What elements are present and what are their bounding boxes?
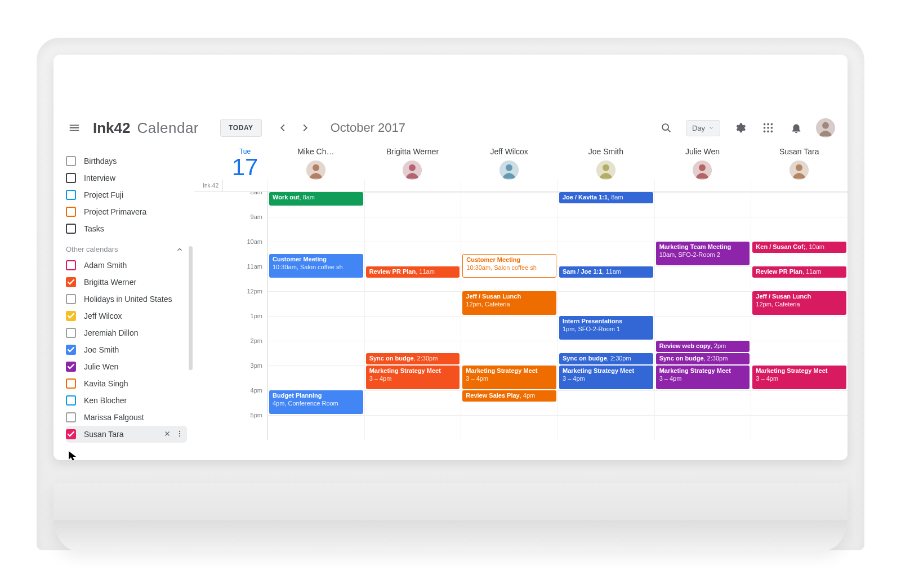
day-column[interactable]: Ken / Susan Cof;, 10amReview PR Plan, 11…: [751, 192, 848, 440]
hour-label: 8am: [194, 192, 262, 195]
day-column[interactable]: Marketing Team Meeting10am, SFO-2-Room 2…: [654, 192, 751, 440]
calendar-item[interactable]: Holidays in United States: [66, 291, 187, 308]
search-icon[interactable]: [658, 119, 675, 136]
calendar-checkbox[interactable]: [66, 207, 76, 217]
svg-point-32: [796, 164, 802, 171]
person-column-header[interactable]: Jeff Wilcox: [461, 147, 557, 180]
remove-calendar-icon[interactable]: [163, 430, 171, 439]
sidebar-scrollbar[interactable]: [189, 246, 193, 370]
person-column-header[interactable]: Julie Wen: [654, 147, 751, 180]
calendar-item[interactable]: Kavita Singh: [66, 375, 187, 392]
calendar-event[interactable]: Marketing Strategy Meet3 – 4pm: [366, 366, 460, 389]
calendar-item[interactable]: Project Primavera: [66, 203, 187, 220]
chevron-up-icon: [176, 246, 184, 253]
day-column[interactable]: Review PR Plan, 11amSync on budge, 2:30p…: [364, 192, 461, 440]
calendar-checkbox[interactable]: [66, 395, 76, 406]
calendar-event[interactable]: Intern Presentations1pm, SFO-2-Room 1: [559, 316, 653, 340]
calendar-event[interactable]: Jeff / Susan Lunch12pm, Cafeteria: [752, 291, 846, 315]
calendar-checkbox[interactable]: [66, 294, 76, 304]
person-name: Susan Tara: [779, 147, 819, 156]
calendar-item[interactable]: Birthdays: [66, 153, 187, 170]
calendar-item[interactable]: Julie Wen: [66, 358, 187, 375]
calendar-event[interactable]: Marketing Strategy Meet3 – 4pm: [656, 366, 750, 389]
view-switch[interactable]: Day: [686, 120, 720, 136]
day-column[interactable]: Work out, 8amCustomer Meeting10:30am, Sa…: [267, 192, 364, 440]
person-column-header[interactable]: Joe Smith: [557, 147, 654, 180]
other-calendars-list: Adam SmithBrigitta WernerHolidays in Uni…: [66, 257, 187, 443]
day-column[interactable]: Customer Meeting10:30am, Salon coffee sh…: [461, 192, 557, 440]
calendar-checkbox[interactable]: [66, 156, 76, 166]
calendar-event[interactable]: Work out, 8am: [269, 192, 363, 206]
time-grid: 8am9am10am11am12pm1pm2pm3pm4pm5pm Work o…: [194, 192, 848, 440]
account-avatar[interactable]: [816, 118, 835, 137]
other-calendars-header[interactable]: Other calendars: [66, 245, 187, 253]
calendar-event[interactable]: Review Sales Play, 4pm: [462, 390, 556, 402]
calendar-event[interactable]: Jeff / Susan Lunch12pm, Cafeteria: [462, 291, 556, 315]
calendar-checkbox[interactable]: [66, 412, 76, 422]
notifications-icon[interactable]: [788, 119, 805, 136]
event-time: 3 – 4pm: [756, 375, 843, 383]
calendar-checkbox[interactable]: [66, 345, 76, 355]
person-column-header[interactable]: Brigitta Werner: [364, 147, 461, 180]
calendar-event[interactable]: Marketing Strategy Meet3 – 4pm: [462, 366, 556, 389]
event-time: 4pm, Conference Room: [273, 400, 360, 408]
calendar-checkbox[interactable]: [66, 277, 76, 287]
prev-period-icon[interactable]: [274, 119, 291, 136]
event-time: 3 – 4pm: [563, 375, 650, 383]
calendar-item[interactable]: Jeff Wilcox: [66, 308, 187, 324]
calendar-event[interactable]: Marketing Strategy Meet3 – 4pm: [752, 366, 846, 389]
calendar-event[interactable]: Budget Planning4pm, Conference Room: [269, 390, 363, 414]
calendar-checkbox[interactable]: [66, 224, 76, 234]
event-time: , 2:30pm: [607, 355, 631, 362]
calendar-event[interactable]: Joe / Kavita 1:1, 8am: [559, 192, 653, 203]
calendar-item[interactable]: Project Fuji: [66, 186, 187, 203]
calendar-event[interactable]: Review PR Plan, 11am: [366, 266, 460, 278]
calendar-item[interactable]: Marissa Falgoust: [66, 409, 187, 426]
person-name: Julie Wen: [685, 147, 720, 156]
calendar-event[interactable]: Sync on budge, 2:30pm: [366, 353, 460, 364]
apps-grid-icon[interactable]: [760, 119, 777, 136]
today-button[interactable]: TODAY: [220, 119, 262, 137]
hour-label: 12pm: [194, 288, 262, 295]
calendar-event[interactable]: Customer Meeting10:30am, Salon coffee sh: [269, 254, 363, 278]
event-time: 3 – 4pm: [369, 375, 457, 383]
calendar-event[interactable]: Customer Meeting10:30am, Salon coffee sh: [462, 254, 556, 278]
calendar-item[interactable]: Joe Smith: [66, 341, 187, 358]
calendar-item[interactable]: Ken Blocher: [66, 392, 187, 409]
day-column[interactable]: Joe / Kavita 1:1, 8amSam / Joe 1:1, 11am…: [557, 192, 654, 440]
grid-scroll[interactable]: 8am9am10am11am12pm1pm2pm3pm4pm5pm Work o…: [194, 192, 848, 460]
calendar-item[interactable]: Interview: [66, 170, 187, 186]
calendar-options-icon[interactable]: [176, 430, 184, 439]
calendar-event[interactable]: Sync on budge, 2:30pm: [656, 353, 750, 364]
calendar-checkbox[interactable]: [66, 311, 76, 321]
calendar-item[interactable]: Jeremiah Dillon: [66, 324, 187, 341]
calendar-event[interactable]: Ken / Susan Cof;, 10am: [752, 242, 846, 253]
hour-label: 10am: [194, 238, 262, 245]
calendar-checkbox[interactable]: [66, 328, 76, 338]
calendar-item[interactable]: Tasks: [66, 220, 187, 237]
event-time: 3 – 4pm: [466, 375, 553, 383]
calendar-event[interactable]: Marketing Strategy Meet3 – 4pm: [559, 366, 653, 389]
calendar-event[interactable]: Sam / Joe 1:1, 11am: [559, 266, 653, 278]
calendar-checkbox[interactable]: [66, 190, 76, 200]
next-period-icon[interactable]: [297, 119, 314, 136]
calendar-event[interactable]: Review PR Plan, 11am: [752, 266, 846, 278]
calendar-checkbox[interactable]: [66, 429, 76, 439]
calendar-item[interactable]: Adam Smith: [66, 257, 187, 274]
calendar-checkbox[interactable]: [66, 362, 76, 372]
calendar-label: Susan Tara: [84, 430, 155, 439]
svg-point-6: [767, 127, 769, 129]
svg-point-8: [764, 131, 766, 133]
person-column-header[interactable]: Susan Tara: [751, 147, 848, 180]
menu-icon[interactable]: [66, 119, 83, 136]
calendar-event[interactable]: Review web copy, 2pm: [656, 341, 750, 352]
calendar-checkbox[interactable]: [66, 260, 76, 270]
calendar-checkbox[interactable]: [66, 173, 76, 183]
calendar-event[interactable]: Sync on budge, 2:30pm: [559, 353, 653, 364]
calendar-item[interactable]: Susan Tara: [66, 426, 187, 443]
calendar-event[interactable]: Marketing Team Meeting10am, SFO-2-Room 2: [656, 242, 750, 265]
calendar-item[interactable]: Brigitta Werner: [66, 274, 187, 291]
calendar-checkbox[interactable]: [66, 378, 76, 389]
person-column-header[interactable]: Mike Ch…: [267, 147, 364, 180]
settings-gear-icon[interactable]: [731, 119, 748, 136]
